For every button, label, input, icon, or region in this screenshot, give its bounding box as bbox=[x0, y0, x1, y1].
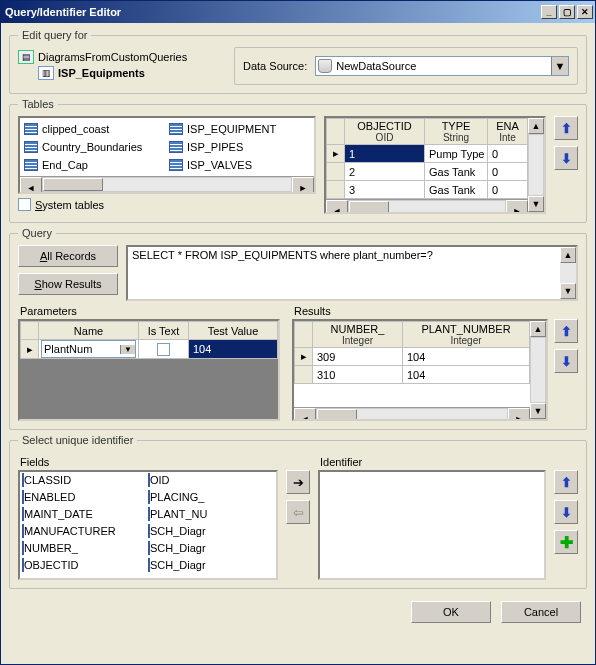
table-icon bbox=[169, 141, 183, 153]
field-item[interactable]: OID bbox=[148, 474, 274, 491]
select-unique-legend: Select unique identifier bbox=[18, 434, 137, 446]
field-item[interactable]: SCH_Diagr bbox=[148, 559, 274, 576]
table-icon bbox=[169, 159, 183, 171]
show-results-button[interactable]: Show Results bbox=[18, 273, 118, 295]
table-row[interactable]: 3Gas Tank0 bbox=[327, 181, 528, 199]
table-row[interactable]: 309104 bbox=[295, 348, 530, 366]
preview-hscroll[interactable]: ◄► bbox=[326, 199, 528, 212]
ok-button[interactable]: OK bbox=[411, 601, 491, 623]
table-item[interactable]: clipped_coast bbox=[22, 120, 167, 138]
preview-vscroll[interactable]: ▲▼ bbox=[528, 118, 544, 212]
field-item[interactable]: NUMBER_ bbox=[22, 542, 148, 559]
field-item[interactable]: ENABLED bbox=[22, 491, 148, 508]
close-button[interactable]: ✕ bbox=[577, 5, 593, 19]
field-item[interactable]: MANUFACTURER bbox=[22, 525, 148, 542]
param-row[interactable]: PlantNum ▼ 104 bbox=[21, 340, 278, 359]
field-item[interactable]: SCH_Diagr bbox=[148, 525, 274, 542]
data-source-label: Data Source: bbox=[243, 60, 307, 72]
results-vscroll[interactable]: ▲▼ bbox=[530, 321, 546, 419]
table-row[interactable]: 310104 bbox=[295, 366, 530, 384]
tree-parent[interactable]: ▤ DiagramsFromCustomQueries bbox=[18, 49, 218, 65]
add-identifier-button[interactable]: ✚ bbox=[554, 530, 578, 554]
table-item[interactable]: ISP_PIPES bbox=[167, 138, 312, 156]
chevron-down-icon: ▼ bbox=[551, 57, 568, 75]
identifier-label: Identifier bbox=[320, 456, 546, 468]
all-records-button[interactable]: All Records bbox=[18, 245, 118, 267]
results-hscroll[interactable]: ◄► bbox=[294, 407, 530, 419]
data-source-select[interactable]: NewDataSource ▼ bbox=[315, 56, 569, 76]
sql-text: SELECT * FROM ISP_EQUIPMENTS where plant… bbox=[132, 249, 433, 261]
identifier-list[interactable] bbox=[318, 470, 546, 580]
param-col-istext[interactable]: Is Text bbox=[139, 322, 189, 340]
field-item[interactable]: SCH_Diagr bbox=[148, 542, 274, 559]
data-source-group: Data Source: NewDataSource ▼ bbox=[234, 47, 578, 85]
tables-side-buttons: ⬆ ⬇ bbox=[554, 116, 578, 214]
table-icon bbox=[169, 123, 183, 135]
param-test-value[interactable]: 104 bbox=[189, 340, 278, 359]
table-item[interactable]: End_Cap bbox=[22, 156, 167, 174]
results-grid[interactable]: NUMBER_Integer PLANT_NUMBERInteger 30910… bbox=[292, 319, 548, 421]
tables-list[interactable]: clipped_coastISP_EQUIPMENTCountry_Bounda… bbox=[18, 116, 316, 194]
col-plant-number[interactable]: PLANT_NUMBER bbox=[407, 323, 525, 335]
select-unique-group: Select unique identifier Fields CLASSIDO… bbox=[9, 434, 587, 589]
param-istext-checkbox[interactable] bbox=[157, 343, 170, 356]
table-item[interactable]: ISP_VALVES bbox=[167, 156, 312, 174]
parameters-label: Parameters bbox=[20, 305, 280, 317]
window: Query/Identifier Editor _ ▢ ✕ Edit query… bbox=[0, 0, 596, 665]
table-icon bbox=[24, 123, 38, 135]
query-group: Query All Records Show Results SELECT * … bbox=[9, 227, 587, 430]
tables-preview-grid[interactable]: OBJECTIDOID TYPEString ENAInte 1Pump Typ… bbox=[324, 116, 546, 214]
tables-hscroll[interactable]: ◄ ► bbox=[20, 176, 314, 192]
system-tables-label: ystem tables bbox=[42, 199, 104, 211]
query-icon: ▥ bbox=[38, 66, 54, 80]
edit-query-legend: Edit query for bbox=[18, 29, 91, 41]
move-down-button[interactable]: ⬇ bbox=[554, 146, 578, 170]
scroll-left-icon[interactable]: ◄ bbox=[20, 177, 42, 194]
fields-label: Fields bbox=[20, 456, 278, 468]
col-type[interactable]: TYPE bbox=[429, 120, 483, 132]
param-name-combo[interactable]: PlantNum ▼ bbox=[41, 340, 136, 358]
fields-list[interactable]: CLASSIDOIDENABLEDPLACING_MAINT_DATEPLANT… bbox=[18, 470, 278, 580]
col-number[interactable]: NUMBER_ bbox=[317, 323, 398, 335]
move-up-button[interactable]: ⬆ bbox=[554, 116, 578, 140]
param-col-testvalue[interactable]: Test Value bbox=[189, 322, 278, 340]
system-tables-checkbox[interactable]: System tables bbox=[18, 198, 316, 211]
scroll-right-icon[interactable]: ► bbox=[292, 177, 314, 194]
col-objectid[interactable]: OBJECTID bbox=[349, 120, 420, 132]
table-row[interactable]: 2Gas Tank0 bbox=[327, 163, 528, 181]
field-item[interactable]: OBJECTID bbox=[22, 559, 148, 576]
results-up-button[interactable]: ⬆ bbox=[554, 319, 578, 343]
parameters-grid[interactable]: Name Is Text Test Value PlantNum ▼ bbox=[18, 319, 280, 421]
data-source-value: NewDataSource bbox=[332, 60, 551, 72]
tables-group: Tables clipped_coastISP_EQUIPMENTCountry… bbox=[9, 98, 587, 223]
table-icon bbox=[24, 159, 38, 171]
table-row[interactable]: 1Pump Type A750 bbox=[327, 145, 528, 163]
sql-textarea[interactable]: SELECT * FROM ISP_EQUIPMENTS where plant… bbox=[126, 245, 578, 301]
add-field-button[interactable]: ➔ bbox=[286, 470, 310, 494]
table-icon bbox=[24, 141, 38, 153]
table-item[interactable]: Country_Boundaries bbox=[22, 138, 167, 156]
identifier-up-button[interactable]: ⬆ bbox=[554, 470, 578, 494]
query-tree[interactable]: ▤ DiagramsFromCustomQueries ▥ ISP_Equipm… bbox=[18, 47, 218, 85]
col-enabled[interactable]: ENA bbox=[492, 120, 523, 132]
field-item[interactable]: CLASSID bbox=[22, 474, 148, 491]
cancel-button[interactable]: Cancel bbox=[501, 601, 581, 623]
results-down-button[interactable]: ⬇ bbox=[554, 349, 578, 373]
results-side-buttons: ⬆ ⬇ bbox=[554, 319, 578, 421]
titlebar: Query/Identifier Editor _ ▢ ✕ bbox=[1, 1, 595, 23]
sql-vscroll[interactable]: ▲▼ bbox=[560, 247, 576, 299]
minimize-button[interactable]: _ bbox=[541, 5, 557, 19]
field-item[interactable]: MAINT_DATE bbox=[22, 508, 148, 525]
param-col-name[interactable]: Name bbox=[39, 322, 139, 340]
edit-query-group: Edit query for ▤ DiagramsFromCustomQueri… bbox=[9, 29, 587, 94]
field-item[interactable]: PLACING_ bbox=[148, 491, 274, 508]
table-item[interactable]: ISP_EQUIPMENT bbox=[167, 120, 312, 138]
tree-child[interactable]: ▥ ISP_Equipments bbox=[38, 65, 218, 81]
tree-child-label: ISP_Equipments bbox=[58, 67, 145, 79]
maximize-button[interactable]: ▢ bbox=[559, 5, 575, 19]
chevron-down-icon: ▼ bbox=[120, 345, 135, 354]
identifier-down-button[interactable]: ⬇ bbox=[554, 500, 578, 524]
database-icon bbox=[318, 59, 332, 73]
remove-field-button[interactable]: ⇦ bbox=[286, 500, 310, 524]
field-item[interactable]: PLANT_NU bbox=[148, 508, 274, 525]
